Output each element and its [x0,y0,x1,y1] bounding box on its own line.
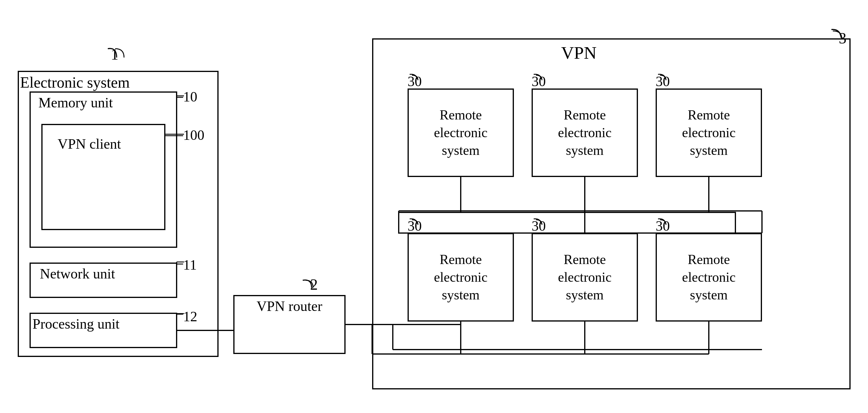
ref-2: 2 [310,276,318,293]
diagram-container: 1 Electronic system Memory unit VPN clie… [0,0,868,413]
remote-box-r2c3: Remoteelectronicsystem [656,233,762,321]
ref-10: 10 [183,89,197,105]
vpn-label: VPN [561,43,597,63]
ref-30-r1c2: 30 [532,73,546,90]
ref-30-r2c1: 30 [408,218,422,234]
ref-30-r1c1: 30 [408,73,422,90]
vpn-router-label: VPN router [239,298,340,314]
ref-100: 100 [183,127,205,143]
ref-30-r2c3: 30 [656,218,670,234]
ref-3: 3 [839,30,846,47]
ref-30-r1c3: 30 [656,73,670,90]
remote-box-r1c1: Remoteelectronicsystem [408,89,514,177]
electronic-system-label: Electronic system [20,74,130,91]
processing-unit-label: Processing unit [32,316,120,332]
network-unit-label: Network unit [40,266,115,282]
ref-30-r2c2: 30 [532,218,546,234]
remote-box-r2c1: Remoteelectronicsystem [408,233,514,321]
memory-unit-label: Memory unit [38,94,113,111]
ref-label-1: 1 [111,46,118,63]
remote-box-r2c2: Remoteelectronicsystem [532,233,638,321]
vpn-client-label: VPN client [58,136,121,152]
remote-box-r1c3: Remoteelectronicsystem [656,89,762,177]
ref-12: 12 [183,308,197,324]
ref-11: 11 [183,256,197,273]
remote-box-r1c2: Remoteelectronicsystem [532,89,638,177]
